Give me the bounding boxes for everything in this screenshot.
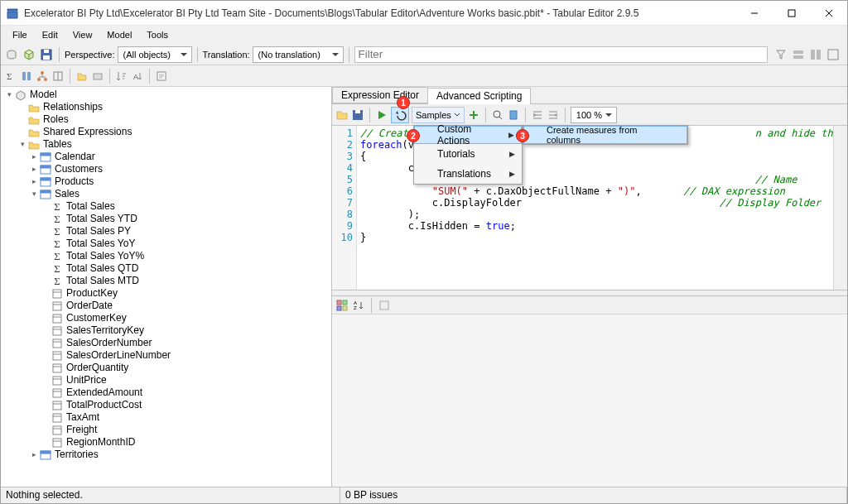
tree-folder[interactable]: Relationships (1, 101, 331, 113)
svg-rect-68 (343, 306, 347, 310)
tree-column[interactable]: SalesOrderNumber (1, 337, 331, 349)
tree-table[interactable]: ▸Customers (1, 163, 331, 175)
layout3-icon[interactable] (826, 47, 841, 62)
translation-combo[interactable]: (No translation) (253, 46, 344, 63)
outdent-icon[interactable] (547, 108, 560, 122)
tree-column[interactable]: RegionMonthID (1, 436, 331, 449)
splitter[interactable] (332, 290, 847, 296)
translation-label: Translation: (203, 50, 250, 60)
menu-custom-actions[interactable]: Custom Actions▶ 2 (414, 126, 522, 144)
code-scrollbar[interactable] (833, 126, 847, 290)
svg-rect-11 (817, 50, 821, 60)
separator (485, 108, 486, 122)
code-editor[interactable]: 12345678910 // Create n and hide the col… (332, 126, 847, 290)
model-tree[interactable]: ▾Model Relationships Roles Shared Expres… (1, 87, 331, 487)
tab-advanced-scripting[interactable]: Advanced Scripting (427, 88, 531, 104)
tree-column[interactable]: SalesOrderLineNumber (1, 349, 331, 362)
property-pane: AZ (332, 296, 847, 487)
filter-icon[interactable] (773, 47, 788, 62)
zoom-combo[interactable]: 100 % (571, 107, 617, 123)
menu-file[interactable]: File (6, 28, 34, 41)
menu-translations[interactable]: Translations▶ (414, 164, 522, 184)
tree-column[interactable]: UnitPrice (1, 374, 331, 386)
tree-measure[interactable]: ΣTotal Sales PY (1, 225, 331, 238)
tree-column[interactable]: TotalProductCost (1, 399, 331, 411)
perspective-combo[interactable]: (All objects) (118, 46, 192, 63)
svg-rect-64 (510, 111, 517, 119)
sort-icon[interactable] (115, 70, 128, 83)
tree-root[interactable]: ▾Model (1, 89, 331, 101)
categorize-icon[interactable] (335, 299, 349, 312)
app-icon (6, 7, 19, 20)
tree-table-sales[interactable]: ▾Sales (1, 188, 331, 200)
menu-tutorials[interactable]: Tutorials▶ (414, 144, 522, 164)
layout1-icon[interactable] (791, 47, 806, 62)
tree-measure[interactable]: ΣTotal Sales (1, 200, 331, 213)
separator (59, 47, 60, 62)
add-action-icon[interactable] (467, 108, 480, 122)
svg-rect-1 (788, 10, 795, 17)
tree-column[interactable]: OrderDate (1, 300, 331, 312)
folder-toggle-icon[interactable] (75, 70, 89, 83)
tab-expression-editor[interactable]: Expression Editor (332, 87, 428, 103)
separator (369, 108, 370, 122)
save-script-icon[interactable] (351, 108, 364, 122)
bookmark-icon[interactable] (507, 108, 520, 122)
close-button[interactable] (810, 1, 847, 26)
main-area: ▾Model Relationships Roles Shared Expres… (1, 87, 847, 487)
tree-folder[interactable]: Roles (1, 113, 331, 126)
tree-measure[interactable]: ΣTotal Sales YoY (1, 238, 331, 250)
tree-column[interactable]: ProductKey (1, 287, 331, 300)
run-script-icon[interactable] (375, 108, 388, 122)
svg-rect-59 (41, 451, 51, 454)
maximize-button[interactable] (773, 1, 810, 26)
hidden-toggle-icon[interactable] (91, 70, 104, 83)
tree-table[interactable]: ▸Territories (1, 449, 331, 461)
open-script-icon[interactable] (335, 108, 349, 122)
window-controls (735, 1, 847, 26)
undo-icon[interactable] (391, 107, 409, 123)
save-icon[interactable] (39, 47, 54, 62)
connect-icon[interactable] (4, 47, 19, 62)
find-icon[interactable] (491, 108, 504, 122)
line-gutter: 12345678910 (332, 126, 357, 290)
tree-table[interactable]: ▸Products (1, 175, 331, 188)
menu-tools[interactable]: Tools (140, 28, 175, 41)
prop-pages-icon[interactable] (378, 299, 391, 312)
menu-create-measures[interactable]: Create measures from columns 3 (523, 126, 687, 144)
alpha-icon[interactable]: AZ (352, 299, 365, 312)
tree-folder[interactable]: Shared Expressions (1, 126, 331, 138)
menu-view[interactable]: View (66, 28, 99, 41)
tree-column[interactable]: Freight (1, 424, 331, 436)
svg-rect-15 (27, 72, 31, 80)
tree-measure[interactable]: ΣTotal Sales MTD (1, 275, 331, 287)
tree-column[interactable]: OrderQuantity (1, 362, 331, 374)
hierarchy-icon[interactable] (36, 70, 49, 83)
property-grid[interactable] (332, 314, 847, 487)
layout2-icon[interactable] (808, 47, 823, 62)
tree-column[interactable]: CustomerKey (1, 312, 331, 324)
alpha-sort-icon[interactable]: A (131, 70, 144, 83)
tree-measure[interactable]: ΣTotal Sales YTD (1, 213, 331, 225)
separator (565, 108, 566, 122)
tree-measure[interactable]: ΣTotal Sales YoY% (1, 250, 331, 262)
samples-dropdown[interactable]: Samples (412, 107, 465, 123)
filter-input[interactable] (354, 46, 768, 63)
sigma-toggle-icon[interactable]: Σ (4, 70, 17, 83)
menu-edit[interactable]: Edit (36, 28, 65, 41)
tree-column[interactable]: ExtendedAmount (1, 386, 331, 399)
menu-model[interactable]: Model (100, 28, 138, 41)
tree-column[interactable]: SalesTerritoryKey (1, 324, 331, 337)
script-icon[interactable] (155, 70, 168, 83)
right-pane: Expression Editor Advanced Scripting Sam… (332, 87, 847, 487)
tree-tables[interactable]: ▾Tables (1, 138, 331, 151)
column-toggle-icon[interactable] (20, 70, 33, 83)
tree-measure[interactable]: ΣTotal Sales QTD (1, 262, 331, 275)
svg-text:Σ: Σ (7, 71, 12, 81)
indent-icon[interactable] (531, 108, 544, 122)
minimize-button[interactable] (735, 1, 773, 26)
partition-icon[interactable] (51, 70, 65, 83)
tree-table[interactable]: ▸Calendar (1, 151, 331, 163)
tree-column[interactable]: TaxAmt (1, 411, 331, 424)
cube-icon[interactable] (22, 47, 36, 62)
